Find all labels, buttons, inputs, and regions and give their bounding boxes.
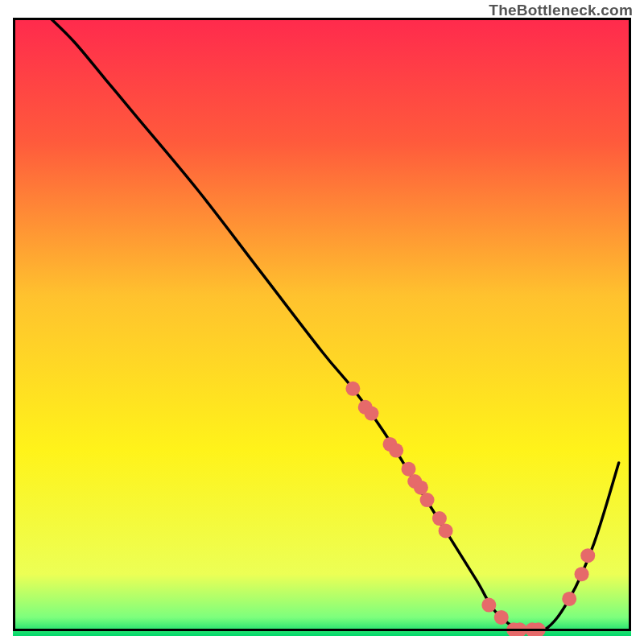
highlight-marker	[481, 598, 496, 613]
highlight-markers	[345, 382, 595, 636]
highlight-marker	[575, 567, 589, 581]
highlight-marker	[364, 407, 378, 421]
highlight-marker	[580, 548, 595, 563]
chart-container: TheBottleneck.com	[0, 0, 644, 644]
highlight-marker	[432, 511, 447, 526]
highlight-marker	[439, 523, 453, 538]
highlight-marker	[389, 444, 403, 458]
watermark-text: TheBottleneck.com	[489, 2, 633, 19]
curve-layer	[13, 18, 631, 636]
bottleneck-curve	[50, 18, 619, 634]
highlight-marker	[345, 382, 360, 396]
highlight-marker	[420, 493, 435, 507]
highlight-marker	[414, 481, 428, 495]
plot-area	[13, 18, 631, 631]
highlight-marker	[402, 462, 416, 477]
highlight-marker	[494, 610, 509, 625]
highlight-marker	[562, 592, 576, 606]
